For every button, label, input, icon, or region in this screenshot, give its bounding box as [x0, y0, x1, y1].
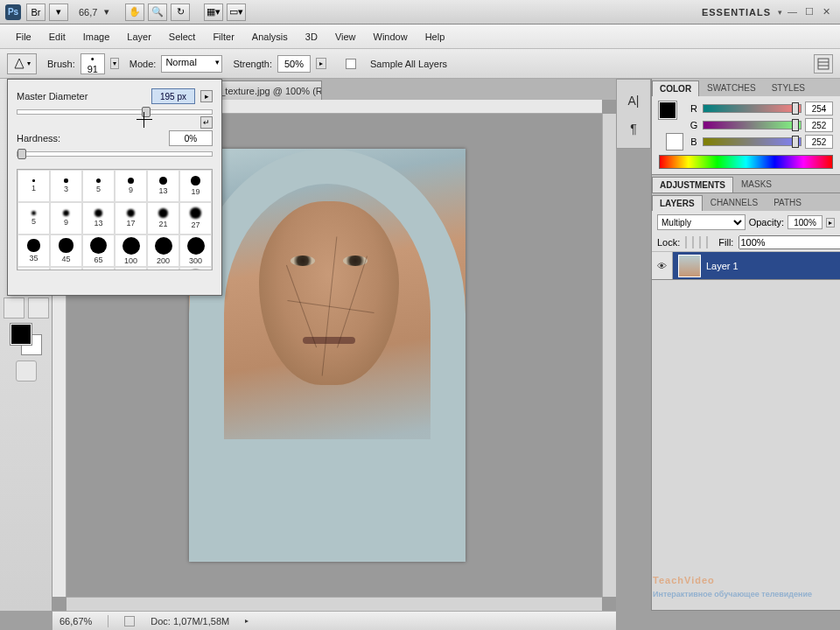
zoom-percent[interactable]: 66,7 — [72, 7, 104, 18]
lock-all-icon[interactable] — [706, 236, 708, 248]
master-diameter-slider[interactable] — [17, 109, 213, 115]
brush-preset[interactable]: 13 — [147, 170, 179, 202]
blend-mode-select[interactable]: Normal — [161, 55, 222, 73]
menu-image[interactable]: Image — [74, 28, 119, 46]
tab-swatches[interactable]: SWATCHES — [699, 80, 764, 96]
close-button[interactable]: ✕ — [822, 6, 835, 18]
strength-flyout[interactable]: ▸ — [316, 58, 326, 69]
tab-channels[interactable]: CHANNELS — [703, 194, 766, 211]
scrollbar-horizontal[interactable] — [66, 597, 602, 611]
scrollbar-vertical[interactable] — [602, 114, 616, 597]
fill-input[interactable] — [738, 235, 840, 249]
brush-preset[interactable]: 21 — [115, 267, 147, 270]
layer-list[interactable]: 👁 Layer 1 — [652, 252, 840, 610]
strength-input[interactable] — [277, 55, 311, 73]
zoom-tool-shortcut[interactable]: 🔍 — [148, 4, 167, 21]
channel-value[interactable] — [805, 118, 833, 132]
arrange-documents-button[interactable]: ▦▾ — [204, 4, 223, 21]
brush-preset[interactable]: 3 — [50, 170, 82, 202]
brush-preset[interactable]: 19 — [179, 170, 212, 202]
tab-styles[interactable]: STYLES — [764, 80, 813, 96]
quickmask-toggle[interactable] — [16, 360, 37, 382]
brush-preset[interactable]: 9 — [18, 267, 50, 270]
brush-dropdown-toggle[interactable]: ▾ — [110, 58, 119, 69]
maximize-button[interactable]: ☐ — [805, 6, 817, 18]
layer-thumbnail[interactable] — [678, 255, 701, 277]
menu-3d[interactable]: 3D — [297, 28, 326, 46]
popup-menu-icon[interactable]: ▸ — [200, 90, 213, 102]
minimize-button[interactable]: — — [788, 6, 800, 18]
channel-slider[interactable] — [703, 104, 802, 113]
color-swatches[interactable] — [10, 324, 42, 355]
current-tool-preset[interactable]: ▾ — [7, 53, 37, 74]
brush-preset[interactable]: 300 — [179, 234, 212, 267]
rotate-view-shortcut[interactable]: ↻ — [171, 4, 190, 21]
channel-value[interactable] — [805, 135, 833, 149]
brush-preset[interactable]: 5 — [18, 202, 50, 234]
bridge-button[interactable]: Br — [26, 4, 46, 21]
blend-mode-select[interactable]: Multiply — [657, 214, 746, 230]
menu-layer[interactable]: Layer — [118, 28, 160, 46]
brush-preset[interactable]: 1 — [18, 170, 50, 202]
toggle-panels-icon[interactable] — [814, 54, 833, 74]
brush-preset[interactable]: 13 — [50, 267, 82, 270]
hardness-input[interactable] — [169, 130, 213, 146]
tab-layers[interactable]: LAYERS — [652, 195, 703, 211]
brush-preset[interactable]: 200 — [147, 234, 179, 267]
menu-select[interactable]: Select — [160, 28, 205, 46]
menu-analysis[interactable]: Analysis — [243, 28, 297, 46]
brush-preset-picker[interactable]: •91 — [80, 53, 105, 74]
brush-preset[interactable]: 9 — [50, 202, 82, 234]
brush-presets-grid[interactable]: 1359131959131721273545651002003009131721… — [17, 169, 213, 270]
master-diameter-input[interactable] — [151, 88, 195, 104]
status-zoom[interactable]: 66,67% — [60, 616, 92, 626]
brush-preset[interactable]: 13 — [82, 202, 115, 234]
status-icon[interactable] — [124, 616, 135, 626]
visibility-toggle[interactable]: 👁 — [652, 252, 673, 279]
foreground-color[interactable] — [10, 324, 32, 345]
status-flyout[interactable]: ▸ — [245, 617, 248, 625]
menu-filter[interactable]: Filter — [204, 28, 242, 46]
menu-view[interactable]: View — [326, 28, 365, 46]
lock-transparency-icon[interactable] — [685, 236, 687, 248]
brush-preset[interactable]: 45 — [50, 234, 82, 267]
hand-tool-shortcut[interactable]: ✋ — [125, 4, 144, 21]
menu-window[interactable]: Window — [365, 28, 416, 46]
hardness-slider[interactable] — [17, 151, 213, 157]
channel-slider[interactable] — [703, 137, 802, 146]
brush-preset[interactable]: 21 — [147, 202, 179, 234]
lock-pixels-icon[interactable] — [692, 236, 694, 248]
lock-position-icon[interactable] — [699, 236, 701, 248]
brush-preset[interactable]: 100 — [115, 234, 147, 267]
document-canvas[interactable] — [189, 149, 466, 562]
menu-file[interactable]: File — [7, 28, 40, 46]
tab-color[interactable]: COLOR — [652, 80, 699, 96]
brush-preset[interactable]: 65 — [82, 234, 115, 267]
menu-edit[interactable]: Edit — [40, 28, 74, 46]
screen-mode-button-2[interactable]: ▭▾ — [227, 4, 246, 21]
tab-masks[interactable]: MASKS — [733, 176, 780, 192]
opacity-flyout[interactable]: ▸ — [826, 218, 835, 228]
brush-preset[interactable]: 5 — [82, 170, 115, 202]
brush-preset[interactable]: 27 — [179, 202, 212, 234]
tab-adjustments[interactable]: ADJUSTMENTS — [652, 177, 733, 192]
brush-preset[interactable]: 9 — [115, 170, 147, 202]
fg-bg-swatch[interactable] — [659, 102, 683, 150]
brush-preset[interactable]: 17 — [115, 202, 147, 234]
layer-name[interactable]: Layer 1 — [706, 261, 738, 271]
character-panel-icon[interactable]: A| — [625, 92, 642, 109]
layer-row[interactable]: 👁 Layer 1 — [652, 252, 840, 280]
zoom-tool[interactable] — [28, 298, 49, 318]
reset-size-icon[interactable]: ↵ — [200, 116, 213, 129]
sample-all-layers-checkbox[interactable] — [346, 59, 356, 69]
workspace-switcher[interactable]: ESSENTIALS — [695, 7, 778, 18]
brush-preset[interactable]: 17 — [82, 267, 115, 270]
color-ramp[interactable] — [659, 155, 833, 169]
channel-value[interactable] — [805, 102, 833, 116]
paragraph-panel-icon[interactable]: ¶ — [625, 120, 642, 137]
tab-paths[interactable]: PATHS — [766, 194, 809, 211]
screen-mode-button[interactable]: ▾ — [49, 4, 68, 21]
channel-slider[interactable] — [703, 121, 802, 130]
brush-preset[interactable]: 65 — [179, 267, 212, 270]
menu-help[interactable]: Help — [416, 28, 454, 46]
